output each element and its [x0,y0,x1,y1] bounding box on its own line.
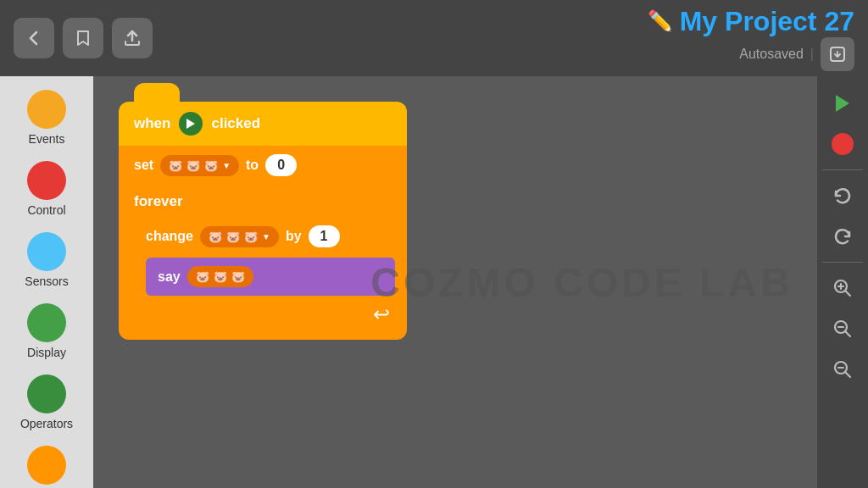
svg-line-11 [845,372,850,377]
sidebar-item-events[interactable]: Events [0,85,93,151]
operators-label: Operators [20,417,73,430]
toolbar-divider-2 [822,262,863,263]
stop-circle [832,133,854,155]
pencil-icon: ✏️ [648,9,673,33]
variable-pill-set[interactable]: 🐷 🐷 🐷 ▼ [160,155,239,176]
var-dropdown-arrow: ▼ [222,161,231,170]
say-var-emoji2: 🐷 [214,270,227,283]
set-value-input[interactable]: 0 [265,154,297,176]
sidebar-item-display[interactable]: Display [0,298,93,364]
operators-circle [27,374,66,413]
display-circle [27,303,66,342]
project-info: ✏️ My Project 27 Autosaved | [648,6,854,71]
change-var-emoji3: 🐷 [244,230,258,243]
say-label: say [158,269,181,285]
hat-protrusion [134,83,180,103]
variable-pill-say[interactable]: 🐷 🐷 🐷 [187,266,253,287]
say-block[interactable]: say 🐷 🐷 🐷 [146,258,395,296]
change-dropdown-arrow: ▼ [262,232,270,241]
project-title-row: ✏️ My Project 27 [648,6,854,37]
upload-button[interactable] [112,18,153,58]
sensors-circle [27,232,66,271]
set-value: 0 [277,158,285,172]
top-bar: ✏️ My Project 27 Autosaved | [0,0,868,76]
by-label: by [286,229,302,244]
zoom-in-button[interactable] [824,269,861,307]
svg-line-9 [845,331,850,336]
forever-label: forever [134,193,183,209]
change-var-emoji2: 🐷 [226,230,240,243]
green-flag-icon [179,112,203,136]
project-title: My Project 27 [680,6,854,37]
autosaved-label: Autosaved [739,47,804,62]
undo-button[interactable] [824,218,861,255]
watermark: COZMO CODE LAB [370,259,793,306]
var-emoji: 🐷 [169,159,182,172]
zoom-out-button[interactable] [824,310,861,347]
say-var-emoji3: 🐷 [231,270,245,283]
canvas-area: COZMO CODE LAB when clicked set 🐷 🐷 � [93,76,817,488]
green-flag-button[interactable] [824,85,861,122]
events-circle [27,90,66,129]
var-emoji3: 🐷 [204,159,218,172]
stop-button[interactable] [824,125,861,163]
svg-marker-1 [186,119,195,129]
hat-block-inner: when clicked [119,102,407,146]
display-label: Display [27,346,66,359]
change-block[interactable]: change 🐷 🐷 🐷 ▼ by 1 [119,219,407,254]
change-var-emoji: 🐷 [209,230,222,243]
zoom-reset-button[interactable] [824,351,861,388]
autosaved-row: Autosaved | [739,37,854,71]
forever-header: forever [119,185,407,219]
control-circle [27,161,66,200]
loop-arrow: ↩ [119,296,407,326]
control-label: Control [27,203,65,217]
set-label: set [134,158,153,173]
export-button[interactable] [821,37,854,71]
when-clicked-block[interactable]: when clicked [119,102,407,146]
change-value: 1 [320,229,328,243]
right-toolbar [817,76,868,488]
block-stack: when clicked set 🐷 🐷 🐷 ▼ to 0 [119,102,407,340]
change-label: change [146,229,193,244]
sidebar-item-sensors[interactable]: Sensors [0,227,93,293]
change-value-input[interactable]: 1 [309,225,340,247]
svg-line-6 [845,291,850,296]
sidebar-item-operators[interactable]: Operators [0,369,93,435]
toolbar-divider-1 [822,169,863,170]
sensors-label: Sensors [25,274,68,288]
set-block[interactable]: set 🐷 🐷 🐷 ▼ to 0 [119,146,407,185]
forever-block: forever change 🐷 🐷 🐷 ▼ by 1 say [119,185,407,340]
back-button[interactable] [14,18,54,58]
svg-marker-2 [836,95,849,112]
sidebar-item-control[interactable]: Control [0,156,93,222]
when-label: when [134,115,170,132]
variable-pill-change[interactable]: 🐷 🐷 🐷 ▼ [200,226,279,247]
events-label: Events [29,132,65,146]
sidebar: Events Control Sensors Display Operators… [0,76,93,488]
clicked-label: clicked [211,115,260,132]
data-circle [27,446,66,485]
say-var-emoji: 🐷 [196,270,209,283]
redo-button[interactable] [824,177,861,214]
sidebar-item-data[interactable]: Data [0,441,93,488]
var-emoji2: 🐷 [186,159,200,172]
bookmark-button[interactable] [63,18,103,58]
to-label: to [246,158,259,173]
